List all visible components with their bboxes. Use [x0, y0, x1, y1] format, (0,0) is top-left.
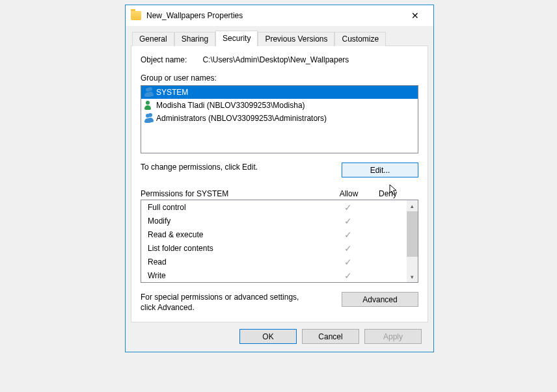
- permissions-scrollbar[interactable]: ▴ ▾: [407, 200, 418, 282]
- scroll-up-icon[interactable]: ▴: [407, 200, 418, 211]
- list-item[interactable]: SYSTEM: [141, 86, 418, 99]
- permission-allow-check: ✓: [329, 202, 368, 213]
- object-name-value: C:\Users\Admin\Desktop\New_Wallpapers: [202, 55, 349, 64]
- edit-button[interactable]: Edit...: [342, 163, 418, 177]
- list-item[interactable]: Administrators (NBLOV33099253\Administra…: [141, 112, 418, 125]
- group-icon: [143, 87, 154, 98]
- close-button[interactable]: ✕: [402, 7, 428, 25]
- client-area: General Sharing Security Previous Versio…: [126, 26, 433, 352]
- permissions-list: Full control ✓ Modify ✓ Read & execute ✓: [141, 200, 418, 283]
- scroll-track[interactable]: [407, 211, 418, 271]
- object-name-row: Object name: C:\Users\Admin\Desktop\New_…: [141, 55, 418, 64]
- permission-allow-check: ✓: [329, 257, 368, 267]
- advanced-row: For special permissions or advanced sett…: [141, 292, 418, 313]
- ok-button-label: OK: [262, 332, 273, 341]
- cancel-button-label: Cancel: [318, 332, 342, 341]
- window-title: New_Wallpapers Properties: [146, 11, 402, 20]
- list-item-label: SYSTEM: [156, 88, 188, 97]
- tab-customize[interactable]: Customize: [334, 32, 386, 46]
- tab-security[interactable]: Security: [215, 31, 258, 46]
- titlebar[interactable]: New_Wallpapers Properties ✕: [126, 5, 433, 26]
- permissions-col-allow: Allow: [329, 189, 368, 198]
- edit-row: To change permissions, click Edit. Edit.…: [141, 163, 418, 177]
- scroll-thumb[interactable]: [407, 211, 418, 257]
- group-or-user-label: Group or user names:: [141, 73, 418, 83]
- group-user-list[interactable]: SYSTEM Modisha Tladi (NBLOV33099253\Modi…: [141, 85, 418, 153]
- permission-name: Full control: [148, 203, 329, 212]
- advanced-button-label: Advanced: [362, 295, 397, 304]
- advanced-hint: For special permissions or advanced sett…: [141, 292, 310, 313]
- permission-row[interactable]: Read ✓: [141, 255, 407, 268]
- permission-name: Write: [148, 271, 329, 280]
- tab-previous-versions[interactable]: Previous Versions: [258, 32, 334, 46]
- dialog-footer: OK Cancel Apply: [131, 322, 428, 344]
- apply-button-label: Apply: [383, 332, 403, 341]
- list-item[interactable]: Modisha Tladi (NBLOV33099253\Modisha): [141, 99, 418, 112]
- properties-dialog: New_Wallpapers Properties ✕ General Shar…: [125, 5, 434, 352]
- permission-name: Read: [148, 257, 329, 267]
- edit-button-label: Edit...: [370, 166, 390, 175]
- permission-row[interactable]: Modify ✓: [141, 214, 407, 228]
- folder-icon: [131, 11, 141, 20]
- ok-button[interactable]: OK: [239, 329, 297, 344]
- permission-row[interactable]: List folder contents ✓: [141, 241, 407, 255]
- permission-row[interactable]: Write ✓: [141, 268, 407, 282]
- security-panel: Object name: C:\Users\Admin\Desktop\New_…: [131, 46, 428, 322]
- permission-row[interactable]: Read & execute ✓: [141, 228, 407, 241]
- advanced-button[interactable]: Advanced: [342, 292, 418, 307]
- scroll-down-icon[interactable]: ▾: [407, 271, 418, 282]
- group-icon: [143, 113, 154, 124]
- permission-name: Modify: [148, 216, 329, 226]
- object-name-label: Object name:: [141, 55, 187, 64]
- permissions-col-deny: Deny: [368, 189, 407, 198]
- apply-button[interactable]: Apply: [364, 329, 422, 344]
- permissions-header-label: Permissions for SYSTEM: [141, 189, 329, 198]
- permission-row[interactable]: Full control ✓: [141, 200, 407, 214]
- permission-allow-check: ✓: [329, 270, 368, 281]
- edit-hint: To change permissions, click Edit.: [141, 163, 258, 172]
- permission-name: Read & execute: [148, 230, 329, 239]
- tab-sharing[interactable]: Sharing: [174, 32, 215, 46]
- user-icon: [143, 100, 154, 111]
- tab-strip: General Sharing Security Previous Versio…: [132, 30, 428, 46]
- cancel-button[interactable]: Cancel: [302, 329, 359, 344]
- permissions-header: Permissions for SYSTEM Allow Deny: [141, 189, 418, 198]
- tab-general[interactable]: General: [132, 32, 174, 46]
- permission-name: List folder contents: [148, 244, 329, 253]
- list-item-label: Administrators (NBLOV33099253\Administra…: [156, 114, 327, 123]
- permission-allow-check: ✓: [329, 229, 368, 240]
- permission-allow-check: ✓: [329, 243, 368, 254]
- list-item-label: Modisha Tladi (NBLOV33099253\Modisha): [156, 101, 305, 110]
- permission-allow-check: ✓: [329, 216, 368, 226]
